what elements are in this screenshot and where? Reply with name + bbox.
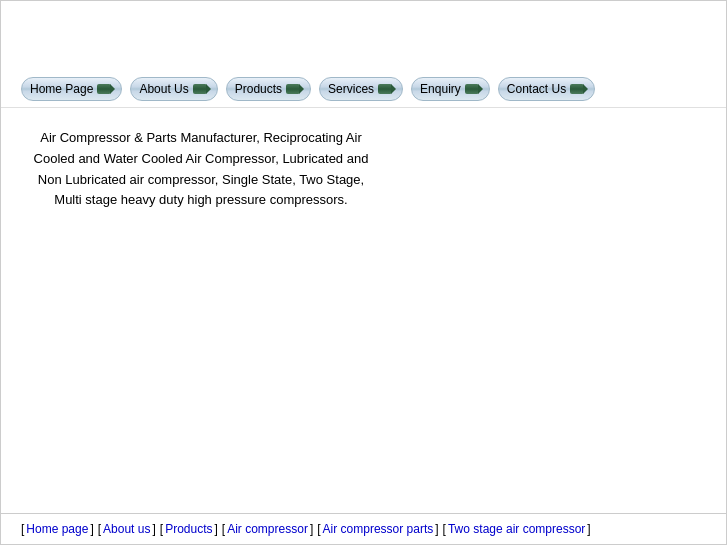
footer-bracket-open-3: [	[222, 522, 225, 536]
about-us-button-arrow-icon	[193, 84, 207, 94]
footer-bracket-close-2: ]	[215, 522, 218, 536]
enquiry-button-label: Enquiry	[420, 82, 461, 96]
contact-us-button-arrow-icon	[570, 84, 584, 94]
footer-about-link[interactable]: About us	[103, 522, 150, 536]
footer-bracket-close-4: ]	[435, 522, 438, 536]
enquiry-button-arrow-icon	[465, 84, 479, 94]
footer: [Home page] [About us] [Products] [Air c…	[1, 513, 726, 544]
footer-two-stage-link[interactable]: Two stage air compressor	[448, 522, 585, 536]
products-button[interactable]: Products	[226, 77, 311, 101]
footer-links: [Home page] [About us] [Products] [Air c…	[21, 522, 706, 536]
home-page-button-arrow-icon	[97, 84, 111, 94]
footer-bracket-close-1: ]	[152, 522, 155, 536]
page-wrapper: Home PageAbout UsProductsServicesEnquiry…	[0, 0, 727, 545]
footer-bracket-open-4: [	[317, 522, 320, 536]
footer-bracket-open-0: [	[21, 522, 24, 536]
footer-bracket-open-1: [	[98, 522, 101, 536]
top-space	[1, 1, 726, 71]
footer-products-link[interactable]: Products	[165, 522, 212, 536]
footer-bracket-close-5: ]	[587, 522, 590, 536]
contact-us-button[interactable]: Contact Us	[498, 77, 595, 101]
footer-home-link[interactable]: Home page	[26, 522, 88, 536]
footer-bracket-open-2: [	[160, 522, 163, 536]
enquiry-button[interactable]: Enquiry	[411, 77, 490, 101]
products-button-arrow-icon	[286, 84, 300, 94]
nav-bar: Home PageAbout UsProductsServicesEnquiry…	[1, 71, 726, 108]
about-us-button-label: About Us	[139, 82, 188, 96]
footer-bracket-open-5: [	[443, 522, 446, 536]
contact-us-button-label: Contact Us	[507, 82, 566, 96]
footer-bracket-close-3: ]	[310, 522, 313, 536]
footer-air-compressor-link[interactable]: Air compressor	[227, 522, 308, 536]
footer-bracket-close-0: ]	[90, 522, 93, 536]
services-button-arrow-icon	[378, 84, 392, 94]
services-button[interactable]: Services	[319, 77, 403, 101]
home-page-button[interactable]: Home Page	[21, 77, 122, 101]
services-button-label: Services	[328, 82, 374, 96]
home-page-button-label: Home Page	[30, 82, 93, 96]
main-content: Air Compressor & Parts Manufacturer, Rec…	[1, 108, 726, 513]
about-us-button[interactable]: About Us	[130, 77, 217, 101]
description-text: Air Compressor & Parts Manufacturer, Rec…	[26, 128, 376, 211]
footer-air-compressor-parts-link[interactable]: Air compressor parts	[323, 522, 434, 536]
products-button-label: Products	[235, 82, 282, 96]
